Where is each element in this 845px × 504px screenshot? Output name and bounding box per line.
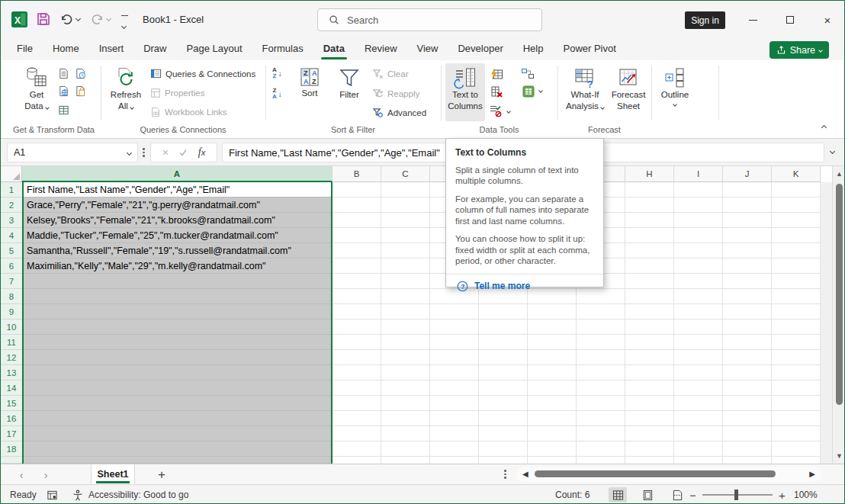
row-header-5[interactable]: 5 xyxy=(1,243,22,258)
tab-view[interactable]: View xyxy=(407,39,448,60)
sheet-prev-icon[interactable]: ‹ xyxy=(11,464,31,485)
row-header-3[interactable]: 3 xyxy=(1,213,22,228)
refresh-all-button[interactable]: Refresh All xyxy=(106,63,146,121)
cell-a9[interactable] xyxy=(24,304,331,319)
row-header-2[interactable]: 2 xyxy=(1,197,22,213)
column-header-j[interactable]: J xyxy=(723,166,772,182)
tab-developer[interactable]: Developer xyxy=(448,39,512,60)
save-icon[interactable] xyxy=(36,11,51,27)
formula-bar-grip-icon[interactable] xyxy=(143,148,145,157)
normal-view-icon[interactable] xyxy=(609,487,627,502)
column-header-i[interactable]: I xyxy=(674,166,723,182)
column-header-a[interactable]: A xyxy=(22,166,333,182)
scroll-down-icon[interactable]: ▼ xyxy=(833,452,845,460)
cell-a5[interactable]: Samantha,"Russell","Female","19","s.russ… xyxy=(24,243,331,258)
zoom-slider-handle[interactable] xyxy=(734,490,738,500)
tab-home[interactable]: Home xyxy=(43,39,89,60)
accessibility-status[interactable]: Accessibility: Good to go xyxy=(72,485,188,504)
scroll-up-icon[interactable]: ▲ xyxy=(833,170,845,178)
row-header-16[interactable]: 16 xyxy=(1,411,22,426)
row-header-13[interactable]: 13 xyxy=(1,365,22,380)
row-header-6[interactable]: 6 xyxy=(1,258,22,274)
tab-data[interactable]: Data xyxy=(313,39,355,60)
cell-a11[interactable] xyxy=(24,335,331,350)
tab-review[interactable]: Review xyxy=(355,39,407,60)
sheet-tab-sheet1[interactable]: Sheet1 xyxy=(91,464,135,484)
row-header-14[interactable]: 14 xyxy=(1,380,22,396)
column-header-b[interactable]: B xyxy=(333,166,381,182)
vertical-scrollbar[interactable]: ▲ ▼ xyxy=(832,166,845,464)
formula-bar-expand-icon[interactable] xyxy=(830,149,835,154)
status-count[interactable]: Count: 6 xyxy=(555,485,590,504)
row-header-15[interactable]: 15 xyxy=(1,396,22,411)
cell-a4[interactable]: Maddie,"Tucker","Female","25","m.tucker@… xyxy=(24,228,331,243)
existing-connections-icon[interactable] xyxy=(75,85,86,97)
row-header-8[interactable]: 8 xyxy=(1,289,22,304)
column-header-k[interactable]: K xyxy=(772,166,821,182)
zoom-level[interactable]: 100% xyxy=(794,485,818,504)
tab-draw[interactable]: Draw xyxy=(133,39,176,60)
add-sheet-icon[interactable]: + xyxy=(152,464,172,485)
cell-a1[interactable]: First Name,"Last Name","Gender","Age","E… xyxy=(24,182,331,197)
horizontal-scroll-thumb[interactable] xyxy=(535,470,776,477)
row-header-4[interactable]: 4 xyxy=(1,228,22,243)
zoom-slider[interactable] xyxy=(702,494,773,496)
column-header-c[interactable]: C xyxy=(381,166,430,182)
row-header-9[interactable]: 9 xyxy=(1,304,22,319)
tell-me-more-link[interactable]: ? Tell me more xyxy=(455,274,594,298)
cell-a17[interactable] xyxy=(24,426,331,441)
cell-a7[interactable] xyxy=(24,274,331,289)
maximize-icon[interactable] xyxy=(779,8,802,31)
manage-data-model-chevron-icon[interactable] xyxy=(538,88,543,93)
cell-a2[interactable]: Grace,"Perry","Female","21","g.perry@ran… xyxy=(24,197,331,213)
data-validation-chevron-icon[interactable] xyxy=(506,109,511,114)
sign-in-button[interactable]: Sign in xyxy=(685,11,725,29)
row-header-7[interactable]: 7 xyxy=(1,274,22,289)
row-header-10[interactable]: 10 xyxy=(1,319,22,335)
tab-file[interactable]: File xyxy=(7,39,43,60)
data-validation-icon[interactable] xyxy=(489,104,502,117)
flash-fill-icon[interactable] xyxy=(490,68,503,81)
undo-chevron-icon[interactable] xyxy=(76,16,81,21)
undo-icon[interactable] xyxy=(60,13,73,26)
cell-a3[interactable]: Kelsey,"Brooks","Female","21","k.brooks@… xyxy=(24,213,331,228)
cell-a8[interactable] xyxy=(24,289,331,304)
advanced-filter-button[interactable]: Advanced xyxy=(372,107,426,118)
text-to-columns-button[interactable]: Text to Columns xyxy=(445,63,485,121)
scroll-right-icon[interactable]: ▶ xyxy=(809,470,815,478)
name-box[interactable]: A1 xyxy=(7,143,138,162)
cell-a12[interactable] xyxy=(24,350,331,365)
horizontal-scrollbar[interactable]: ◀ ▶ xyxy=(516,467,821,482)
zoom-in-icon[interactable]: + xyxy=(779,485,786,504)
row-header-18[interactable]: 18 xyxy=(1,441,22,457)
tab-page-layout[interactable]: Page Layout xyxy=(177,39,252,60)
tab-insert[interactable]: Insert xyxy=(89,39,134,60)
sort-az-icon[interactable]: AZ↓ xyxy=(272,67,282,79)
from-text-csv-icon[interactable] xyxy=(58,68,69,79)
close-icon[interactable]: × xyxy=(816,8,839,31)
macro-record-icon[interactable] xyxy=(47,485,58,504)
column-header-h[interactable]: H xyxy=(625,166,674,182)
search-input[interactable]: Search xyxy=(317,8,542,31)
share-button[interactable]: Share xyxy=(769,41,829,59)
sort-za-icon[interactable]: ZA↓ xyxy=(272,88,282,100)
quick-access-customize-icon[interactable] xyxy=(121,15,128,31)
cell-a15[interactable] xyxy=(24,396,331,411)
select-all-corner[interactable] xyxy=(1,166,22,182)
from-table-range-icon[interactable] xyxy=(58,104,69,116)
get-data-button[interactable]: Get Data xyxy=(16,63,57,121)
forecast-sheet-button[interactable]: Forecast Sheet xyxy=(609,63,648,121)
minimize-icon[interactable] xyxy=(741,8,764,31)
row-header-1[interactable]: 1 xyxy=(1,182,22,197)
page-layout-view-icon[interactable] xyxy=(638,487,657,502)
manage-data-model-icon[interactable] xyxy=(522,85,535,98)
row-header-17[interactable]: 17 xyxy=(1,426,22,441)
sort-button[interactable]: ZAAZ Sort xyxy=(294,63,325,121)
sheet-next-icon[interactable]: › xyxy=(36,464,56,485)
sheet-bar-grip-icon[interactable] xyxy=(504,470,506,479)
insert-function-icon[interactable]: fx xyxy=(198,146,205,159)
tab-help[interactable]: Help xyxy=(513,39,554,60)
queries-connections-button[interactable]: Queries & Connections xyxy=(150,68,255,79)
from-web-icon[interactable] xyxy=(58,85,69,97)
scroll-left-icon[interactable]: ◀ xyxy=(522,470,529,478)
